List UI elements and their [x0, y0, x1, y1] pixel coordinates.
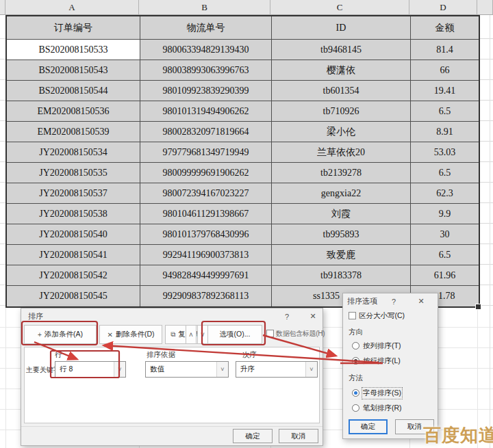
table-cell-id[interactable]: gengxia22 [272, 183, 411, 204]
options-label: 选项(O)... [220, 330, 251, 339]
data-has-headers-checkbox[interactable] [266, 330, 274, 337]
table-cell-amount[interactable]: 19.41 [411, 81, 479, 101]
table-cell-amount[interactable]: 30 [411, 224, 479, 245]
close-icon[interactable]: ✕ [414, 295, 428, 307]
table-cell-tracking[interactable]: 980104611291398667 [140, 204, 272, 224]
table-cell-order[interactable]: JY202008150534 [7, 142, 140, 163]
case-sensitive-label: 区分大小写(C) [359, 311, 405, 321]
table-cell-amount[interactable]: 6.5 [411, 163, 479, 183]
dropdown-arrow-icon: ˅ [216, 362, 228, 377]
column-letter-B[interactable]: B [139, 0, 270, 15]
table-cell-order[interactable]: EM202008150539 [7, 122, 140, 142]
column-letter-C[interactable]: C [270, 0, 409, 15]
table-row: JY202008150541992941196900373813致爱鹿6.5 [7, 245, 479, 265]
copy-icon: ⧉ [170, 330, 175, 339]
move-up-button[interactable]: ˄ [186, 325, 197, 344]
table-cell-order[interactable]: JY202008150537 [7, 183, 140, 204]
table-cell-order[interactable]: JY202008150538 [7, 204, 140, 224]
delete-icon: ✕ [108, 331, 113, 339]
help-icon[interactable]: ? [387, 295, 401, 307]
table-cell-id[interactable]: tb601354 [272, 81, 411, 101]
chevron-up-icon: ˄ [189, 331, 193, 339]
table-cell-amount[interactable]: 6.5 [411, 101, 479, 122]
table-cell-amount[interactable]: 81.4 [411, 40, 479, 60]
table-cell-amount[interactable]: 6.5 [411, 245, 479, 265]
table-cell-id[interactable]: tb9468145 [272, 40, 411, 60]
table-cell-order[interactable]: BS202008150543 [7, 60, 140, 81]
header-cell[interactable]: 物流单号 [140, 16, 272, 40]
table-cell-amount[interactable]: 66 [411, 60, 479, 81]
table-cell-order[interactable]: JY202008150541 [7, 245, 140, 265]
sort-by-column-label: 按列排序(T) [363, 341, 401, 351]
table-cell-tracking[interactable]: 949828494499997691 [140, 265, 272, 286]
table-cell-id[interactable]: tb995893 [272, 224, 411, 245]
table-row: JY202008150535980099999691906262tb213927… [7, 163, 479, 183]
sort-by-row-radio[interactable] [352, 357, 359, 365]
ok-button[interactable]: 确定 [349, 419, 388, 434]
order-dropdown-value: 升序 [240, 365, 255, 374]
table-cell-tracking[interactable]: 980063394829139430 [140, 40, 272, 60]
options-button[interactable]: 选项(O)... [207, 325, 262, 344]
delete-condition-label: 删除条件(D) [116, 330, 155, 339]
order-dropdown[interactable]: 升序 ˅ [236, 361, 318, 378]
table-cell-tracking[interactable]: 979779681349719949 [140, 142, 272, 163]
table-row: JY202008150534979779681349719949兰草依依2053… [7, 142, 479, 163]
table-cell-tracking[interactable]: 980038993063996763 [140, 60, 272, 81]
table-cell-id[interactable]: 樱潇依 [272, 60, 411, 81]
close-icon[interactable]: ✕ [306, 311, 320, 322]
table-cell-id[interactable]: tb710926 [272, 101, 411, 122]
column-letter-D[interactable]: D [409, 0, 477, 15]
table-cell-order[interactable]: JY202008150540 [7, 224, 140, 245]
column-order-header: 次序 [242, 350, 257, 360]
table-cell-amount[interactable]: 53.03 [411, 142, 479, 163]
table-cell-order[interactable]: JY202008150545 [7, 286, 140, 306]
header-cell[interactable]: ID [272, 16, 411, 40]
table-cell-id[interactable]: 梁小伦 [272, 122, 411, 142]
table-cell-tracking[interactable]: 980101379768430996 [140, 224, 272, 245]
sort-on-dropdown[interactable]: 数值 ˅ [145, 361, 229, 378]
table-cell-amount[interactable]: 9.9 [411, 204, 479, 224]
table-cell-amount[interactable]: 8.91 [411, 122, 479, 142]
table-cell-tracking[interactable]: 992941196900373813 [140, 245, 272, 265]
table-cell-order[interactable]: EM202008150536 [7, 101, 140, 122]
key-dropdown[interactable]: 行 8 ˅ [55, 361, 126, 378]
sort-by-column-radio[interactable] [352, 342, 359, 350]
table-cell-order[interactable]: JY202008150542 [7, 265, 140, 286]
move-down-button[interactable]: ˅ [197, 325, 208, 344]
header-cell[interactable]: 金额 [411, 16, 479, 40]
cancel-button[interactable]: 取消 [279, 429, 318, 443]
stroke-sort-label: 笔划排序(R) [363, 404, 402, 413]
table-cell-tracking[interactable]: 980099999691906262 [140, 163, 272, 183]
table-cell-order[interactable]: BS202008150544 [7, 81, 140, 101]
table-cell-amount[interactable]: 61.96 [411, 265, 479, 286]
selection-fill-handle[interactable] [475, 304, 481, 310]
table-cell-order[interactable]: BS202008150533 [7, 40, 140, 60]
table-cell-tracking[interactable]: 992909837892368113 [140, 286, 272, 306]
table-row: BS202008150543980038993063996763樱潇依66 [7, 60, 479, 81]
table-cell-amount[interactable]: 62.3 [411, 183, 479, 204]
add-condition-button[interactable]: + 添加条件(A) [24, 325, 97, 344]
column-letter-spacer [0, 0, 5, 15]
alphabetic-sort-radio[interactable] [352, 389, 359, 397]
help-icon[interactable]: ? [280, 311, 294, 322]
direction-group-label: 方向 [349, 328, 363, 337]
table-cell-tracking[interactable]: 980109923839290399 [140, 81, 272, 101]
case-sensitive-checkbox[interactable] [349, 312, 356, 319]
table-cell-id[interactable]: 刘霞 [272, 204, 411, 224]
table-cell-id[interactable]: tb2139278 [272, 163, 411, 183]
table-row: EM202008150536980101319494906262tb710926… [7, 101, 479, 122]
table-cell-tracking[interactable]: 980101319494906262 [140, 101, 272, 122]
ok-button[interactable]: 确定 [233, 429, 273, 443]
table-cell-id[interactable]: 兰草依依20 [272, 142, 411, 163]
table-cell-order[interactable]: JY202008150535 [7, 163, 140, 183]
header-cell[interactable]: 订单编号 [7, 16, 140, 40]
table-cell-tracking[interactable]: 980028320971819664 [140, 122, 272, 142]
stroke-sort-radio[interactable] [352, 404, 359, 412]
column-letter-A[interactable]: A [5, 0, 139, 15]
table-row: BS202008150544980109923839290399tb601354… [7, 81, 479, 101]
table-cell-id[interactable]: tb9183378 [272, 265, 411, 286]
table-cell-tracking[interactable]: 980072394167023227 [140, 183, 272, 204]
delete-condition-button[interactable]: ✕ 删除条件(D) [99, 325, 162, 344]
table-row: EM202008150539980028320971819664梁小伦8.91 [7, 122, 479, 142]
table-cell-id[interactable]: 致爱鹿 [272, 245, 411, 265]
